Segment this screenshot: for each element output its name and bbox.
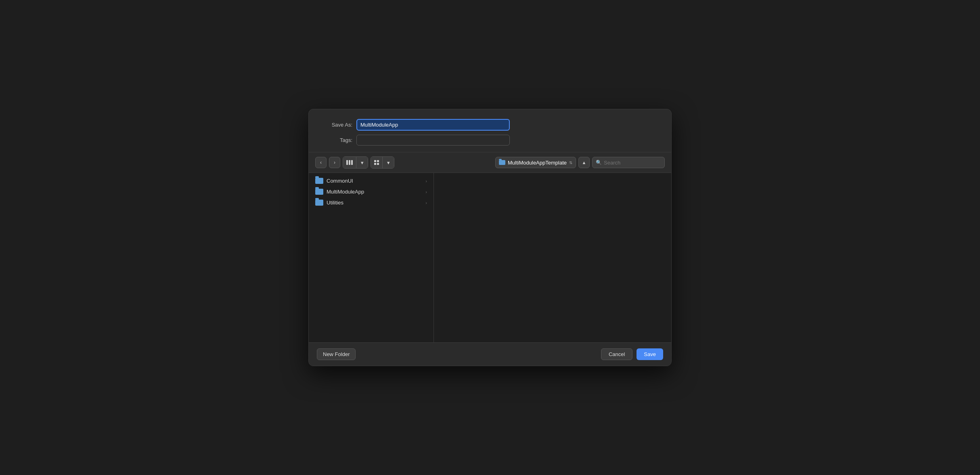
save-as-row: Save As: xyxy=(320,119,660,131)
file-item-name: MultiModuleApp xyxy=(327,189,422,195)
chevron-right-icon: › xyxy=(425,200,427,205)
file-browser: CommonUI › MultiModuleApp › Utilities › xyxy=(309,173,671,342)
footer-right: Cancel Save xyxy=(601,348,663,360)
collapse-button[interactable]: ▲ xyxy=(578,157,590,168)
view-grid-button[interactable] xyxy=(371,157,383,168)
location-selector[interactable]: MultiModuleAppTemplate ⇅ xyxy=(495,157,576,168)
file-item-name: Utilities xyxy=(327,200,422,206)
tags-label: Tags: xyxy=(320,137,352,143)
view-columns-button[interactable] xyxy=(343,157,356,168)
folder-icon xyxy=(315,189,323,195)
search-box: 🔍 xyxy=(592,157,665,168)
file-list: CommonUI › MultiModuleApp › Utilities › xyxy=(309,173,434,342)
tags-row: Tags: xyxy=(320,135,660,146)
back-button[interactable]: ‹ xyxy=(315,157,327,168)
tags-input[interactable] xyxy=(356,135,510,146)
chevron-right-icon: › xyxy=(425,179,427,183)
view-columns-group: ▾ xyxy=(343,156,368,169)
file-preview xyxy=(434,173,671,342)
list-item[interactable]: CommonUI › xyxy=(309,175,433,186)
view-grid-group: ▾ xyxy=(371,156,394,169)
location-name: MultiModuleAppTemplate xyxy=(508,160,567,166)
forward-button[interactable]: › xyxy=(329,157,340,168)
search-input[interactable] xyxy=(604,160,661,166)
save-as-input[interactable] xyxy=(356,119,510,131)
grid-icon xyxy=(374,160,379,165)
folder-icon xyxy=(315,178,323,184)
save-dialog: Save As: Tags: ‹ › ▾ xyxy=(308,109,672,366)
list-item[interactable]: Utilities › xyxy=(309,197,433,208)
dialog-header: Save As: Tags: xyxy=(309,109,671,152)
view-grid-chevron[interactable]: ▾ xyxy=(383,157,394,168)
backdrop: Save As: Tags: ‹ › ▾ xyxy=(0,0,980,475)
list-item[interactable]: MultiModuleApp › xyxy=(309,186,433,197)
folder-icon xyxy=(315,200,323,206)
location-folder-icon xyxy=(499,160,505,165)
location-chevron-icon: ⇅ xyxy=(569,160,572,165)
save-as-label: Save As: xyxy=(320,122,352,128)
chevron-right-icon: › xyxy=(425,190,427,194)
file-item-name: CommonUI xyxy=(327,178,422,184)
cancel-button[interactable]: Cancel xyxy=(601,348,632,360)
toolbar: ‹ › ▾ ▾ xyxy=(309,152,671,173)
view-columns-chevron[interactable]: ▾ xyxy=(356,157,368,168)
search-icon: 🔍 xyxy=(596,160,602,165)
columns-icon xyxy=(346,160,353,165)
new-folder-button[interactable]: New Folder xyxy=(317,348,356,360)
dialog-footer: New Folder Cancel Save xyxy=(309,342,671,366)
save-button[interactable]: Save xyxy=(637,348,663,360)
